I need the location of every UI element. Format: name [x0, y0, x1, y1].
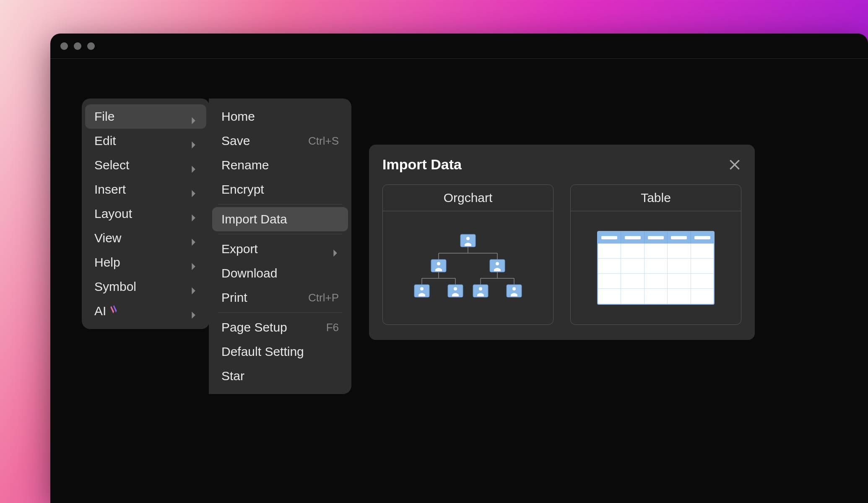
shortcut-label: F6	[326, 321, 339, 334]
title-bar	[50, 34, 868, 59]
dialog-title: Import Data	[382, 156, 462, 173]
option-orgchart[interactable]: Orgchart	[382, 184, 554, 325]
menu-item-label: View	[94, 231, 121, 245]
chevron-right-icon	[333, 246, 339, 252]
chevron-right-icon	[191, 162, 197, 168]
submenu-item-label: Rename	[221, 158, 269, 172]
chevron-right-icon	[191, 114, 197, 119]
submenu-item-download[interactable]: Download	[212, 261, 348, 285]
orgchart-preview	[383, 211, 553, 324]
svg-point-5	[496, 262, 499, 265]
svg-point-9	[454, 287, 457, 290]
file-submenu: Home Save Ctrl+S Rename Encrypt Import D…	[209, 99, 351, 394]
menu-item-label: Layout	[94, 207, 132, 221]
menu-item-file[interactable]: File	[85, 104, 206, 129]
svg-point-3	[437, 262, 440, 265]
window-maximize-button[interactable]	[87, 42, 95, 50]
submenu-item-rename[interactable]: Rename	[212, 153, 348, 177]
divider	[218, 234, 342, 234]
svg-point-13	[512, 287, 516, 290]
menu-item-edit[interactable]: Edit	[85, 129, 206, 153]
submenu-item-label: Import Data	[221, 212, 287, 226]
submenu-item-save[interactable]: Save Ctrl+S	[212, 129, 348, 153]
main-menu: File Edit Select Insert Layout View Help	[82, 99, 210, 329]
submenu-item-label: Export	[221, 242, 258, 256]
submenu-item-label: Page Setup	[221, 320, 287, 334]
menu-item-insert[interactable]: Insert	[85, 177, 206, 202]
import-data-dialog: Import Data Orgchart	[369, 145, 755, 340]
window-minimize-button[interactable]	[74, 42, 81, 50]
menu-item-label: Insert	[94, 182, 126, 197]
menu-item-label: Select	[94, 158, 129, 172]
menu-item-layout[interactable]: Layout	[85, 202, 206, 226]
divider	[218, 312, 342, 313]
ai-sparkle-icon	[109, 304, 120, 318]
table-preview	[571, 211, 741, 324]
orgchart-icon	[413, 230, 522, 306]
submenu-item-home[interactable]: Home	[212, 104, 348, 129]
window-close-button[interactable]	[60, 42, 68, 50]
submenu-item-encrypt[interactable]: Encrypt	[212, 177, 348, 202]
submenu-item-label: Download	[221, 266, 277, 280]
option-table[interactable]: Table	[570, 184, 741, 325]
submenu-item-export[interactable]: Export	[212, 237, 348, 261]
close-icon[interactable]	[728, 158, 741, 171]
chevron-right-icon	[191, 284, 197, 290]
submenu-item-label: Default Setting	[221, 345, 304, 359]
chevron-right-icon	[191, 211, 197, 217]
submenu-item-star[interactable]: Star	[212, 364, 348, 388]
chevron-right-icon	[191, 138, 197, 144]
svg-point-1	[466, 237, 470, 240]
submenu-item-default-setting[interactable]: Default Setting	[212, 340, 348, 364]
submenu-item-label: Encrypt	[221, 182, 264, 197]
option-label: Orgchart	[383, 185, 553, 211]
submenu-item-label: Star	[221, 369, 244, 383]
menu-item-help[interactable]: Help	[85, 250, 206, 275]
menu-item-symbol[interactable]: Symbol	[85, 275, 206, 299]
menu-item-label: Edit	[94, 134, 116, 148]
svg-point-7	[420, 287, 424, 290]
menu-item-label: File	[94, 109, 114, 124]
submenu-item-label: Print	[221, 290, 247, 305]
menu-item-label: Symbol	[94, 280, 136, 294]
menu-item-label: AI	[94, 304, 120, 318]
menu-item-view[interactable]: View	[85, 226, 206, 250]
chevron-right-icon	[191, 308, 197, 314]
chevron-right-icon	[191, 235, 197, 241]
submenu-item-import-data[interactable]: Import Data	[212, 207, 348, 231]
submenu-item-label: Save	[221, 134, 250, 148]
menu-item-ai[interactable]: AI	[85, 299, 206, 323]
dialog-header: Import Data	[382, 156, 741, 173]
shortcut-label: Ctrl+P	[308, 291, 339, 304]
menu-item-label: Help	[94, 255, 120, 270]
menu-item-select[interactable]: Select	[85, 153, 206, 177]
table-icon	[597, 231, 715, 305]
svg-point-11	[479, 287, 482, 290]
dialog-options: Orgchart	[382, 184, 741, 325]
option-label: Table	[571, 185, 741, 211]
chevron-right-icon	[191, 259, 197, 265]
divider	[218, 204, 342, 205]
chevron-right-icon	[191, 187, 197, 192]
app-window: File Edit Select Insert Layout View Help	[50, 34, 868, 503]
submenu-item-page-setup[interactable]: Page Setup F6	[212, 315, 348, 340]
submenu-item-print[interactable]: Print Ctrl+P	[212, 285, 348, 310]
shortcut-label: Ctrl+S	[308, 135, 339, 148]
window-controls	[60, 42, 95, 50]
submenu-item-label: Home	[221, 109, 255, 124]
